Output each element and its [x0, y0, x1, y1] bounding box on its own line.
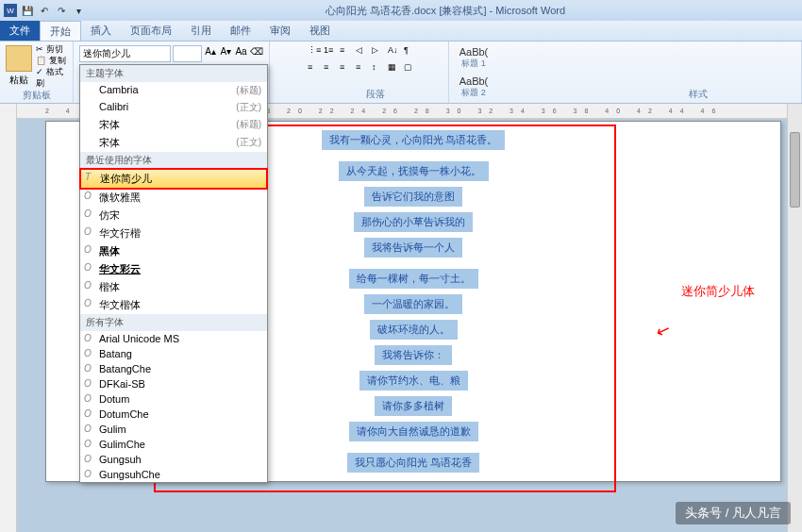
- style-heading1[interactable]: AaBb(标题 1: [451, 43, 496, 73]
- font-item[interactable]: O华文彩云: [80, 260, 267, 278]
- tab-file[interactable]: 文件: [0, 21, 40, 41]
- line-spacing-icon[interactable]: ↕: [372, 62, 385, 75]
- clipboard-label: 剪贴板: [6, 89, 67, 102]
- tab-mailings[interactable]: 邮件: [221, 21, 260, 41]
- redo-icon[interactable]: ↷: [55, 4, 68, 17]
- ribbon-tabs: 文件 开始 插入 页面布局 引用 邮件 审阅 视图: [0, 21, 802, 42]
- save-icon[interactable]: 💾: [21, 4, 34, 17]
- style-heading2[interactable]: AaBb(标题 2: [451, 73, 496, 102]
- clipboard-group: 粘贴 ✂ 剪切 📋 复制 ✓ 格式刷 剪贴板: [0, 42, 74, 103]
- font-item[interactable]: ODotumChe: [80, 407, 267, 422]
- truetype-icon: T: [85, 172, 91, 182]
- font-item[interactable]: O华文行楷: [80, 224, 267, 242]
- doc-line[interactable]: 破坏环境的人。: [370, 320, 458, 340]
- font-item[interactable]: Calibri(正文): [80, 99, 267, 116]
- tab-layout[interactable]: 页面布局: [121, 21, 181, 41]
- indent-left-icon[interactable]: ◁: [356, 45, 369, 58]
- font-item[interactable]: OArial Unicode MS: [80, 331, 267, 346]
- doc-line[interactable]: 我将告诉你：: [375, 345, 452, 365]
- font-item[interactable]: ODotum: [80, 391, 267, 407]
- opentype-icon: O: [84, 363, 92, 374]
- undo-icon[interactable]: ↶: [38, 4, 51, 17]
- font-item[interactable]: O仿宋: [80, 207, 267, 224]
- paste-button[interactable]: 粘贴: [6, 43, 32, 89]
- scrollbar-thumb[interactable]: [790, 132, 800, 208]
- tab-review[interactable]: 审阅: [260, 21, 300, 41]
- doc-line[interactable]: 我只愿心向阳光 鸟语花香: [347, 453, 479, 473]
- doc-line[interactable]: 请你多多植树: [375, 396, 452, 416]
- align-left-icon[interactable]: ≡: [308, 62, 321, 75]
- grow-font-icon[interactable]: A▴: [204, 46, 217, 61]
- font-item[interactable]: O黑体: [80, 242, 267, 260]
- vertical-ruler: [0, 104, 17, 532]
- font-item[interactable]: OBatangChe: [80, 361, 267, 376]
- tab-view[interactable]: 视图: [300, 21, 340, 41]
- recent-fonts-header: 最近使用的字体: [80, 152, 267, 169]
- sort-icon[interactable]: A↓: [388, 45, 401, 58]
- shrink-font-icon[interactable]: A▾: [219, 46, 232, 61]
- bullets-icon[interactable]: ⋮≡: [308, 45, 321, 58]
- opentype-icon: O: [84, 226, 92, 237]
- show-marks-icon[interactable]: ¶: [404, 45, 417, 58]
- font-item[interactable]: O微软雅黑: [80, 189, 267, 207]
- font-item[interactable]: OGulimChe: [80, 437, 267, 452]
- doc-line[interactable]: 从今天起，抚摸每一株小花。: [339, 161, 489, 181]
- all-fonts-header: 所有字体: [80, 314, 267, 331]
- doc-line[interactable]: 一个温暖的家园。: [364, 294, 462, 314]
- vertical-scrollbar[interactable]: [787, 104, 802, 532]
- tab-insert[interactable]: 插入: [81, 21, 121, 41]
- font-item[interactable]: 宋体(标题): [80, 116, 267, 134]
- opentype-icon: O: [84, 348, 92, 358]
- font-size-combo[interactable]: [173, 45, 202, 62]
- doc-line[interactable]: 那伤心的小草告诉我的: [354, 212, 473, 232]
- font-item[interactable]: OBatang: [80, 346, 267, 361]
- opentype-icon: O: [84, 333, 92, 343]
- qat-dropdown-icon[interactable]: ▾: [72, 4, 85, 17]
- font-name-combo[interactable]: 迷你简少儿: [79, 45, 171, 62]
- borders-icon[interactable]: ▢: [404, 62, 417, 75]
- quick-access-toolbar: W 💾 ↶ ↷ ▾: [0, 4, 89, 17]
- font-item[interactable]: O楷体: [80, 278, 267, 296]
- font-item[interactable]: ODFKai-SB: [80, 376, 267, 391]
- annotation-text: 迷你简少儿体: [681, 283, 755, 300]
- copy-button[interactable]: 📋 复制: [36, 55, 67, 66]
- tab-references[interactable]: 引用: [181, 21, 221, 41]
- opentype-icon: O: [84, 298, 92, 308]
- change-case-icon[interactable]: Aa: [234, 46, 247, 61]
- multilevel-icon[interactable]: ≡: [340, 45, 353, 58]
- tab-home[interactable]: 开始: [40, 21, 81, 41]
- doc-line[interactable]: 告诉它们我的意图: [364, 187, 462, 207]
- font-item[interactable]: OGulim: [80, 422, 267, 437]
- doc-line[interactable]: 我有一颗心灵，心向阳光 鸟语花香。: [322, 130, 506, 150]
- opentype-icon: O: [84, 244, 92, 255]
- doc-line[interactable]: 给每一棵树，每一寸土。: [349, 269, 478, 289]
- paragraph-label: 段落: [308, 88, 443, 101]
- cut-button[interactable]: ✂ 剪切: [36, 43, 67, 55]
- doc-line[interactable]: 我将告诉每一个人: [364, 238, 462, 258]
- watermark: 头条号 / 凡人凡言: [676, 502, 791, 524]
- font-item[interactable]: OGungsuh: [80, 452, 267, 467]
- doc-line[interactable]: 请你向大自然诚恳的道歉: [349, 422, 478, 441]
- paste-icon: [6, 45, 32, 72]
- font-item-highlighted[interactable]: T迷你简少儿: [80, 169, 267, 189]
- clear-format-icon[interactable]: ⌫: [250, 46, 263, 61]
- paragraph-group: ⋮≡ 1≡ ≡ ◁ ▷ A↓ ¶ ≡ ≡ ≡ ≡ ↕ ▦ ▢ 段落: [270, 42, 449, 103]
- font-item[interactable]: 宋体(正文): [80, 134, 267, 152]
- opentype-icon: O: [84, 208, 92, 219]
- indent-right-icon[interactable]: ▷: [372, 45, 385, 58]
- font-dropdown: 主题字体 Cambria(标题) Calibri(正文) 宋体(标题) 宋体(正…: [79, 64, 268, 483]
- format-painter-button[interactable]: ✓ 格式刷: [36, 66, 67, 89]
- opentype-icon: O: [84, 408, 92, 419]
- justify-icon[interactable]: ≡: [356, 62, 369, 75]
- shading-icon[interactable]: ▦: [388, 62, 401, 75]
- numbering-icon[interactable]: 1≡: [324, 45, 337, 58]
- align-right-icon[interactable]: ≡: [340, 62, 353, 75]
- font-item[interactable]: Cambria(标题): [80, 82, 267, 99]
- doc-line[interactable]: 请你节约水、电、粮: [359, 371, 468, 391]
- font-item[interactable]: OGungsuhChe: [80, 467, 267, 482]
- opentype-icon: O: [84, 424, 92, 434]
- align-center-icon[interactable]: ≡: [324, 62, 337, 75]
- opentype-icon: O: [84, 393, 92, 404]
- opentype-icon: O: [84, 454, 92, 464]
- font-item[interactable]: O华文楷体: [80, 296, 267, 314]
